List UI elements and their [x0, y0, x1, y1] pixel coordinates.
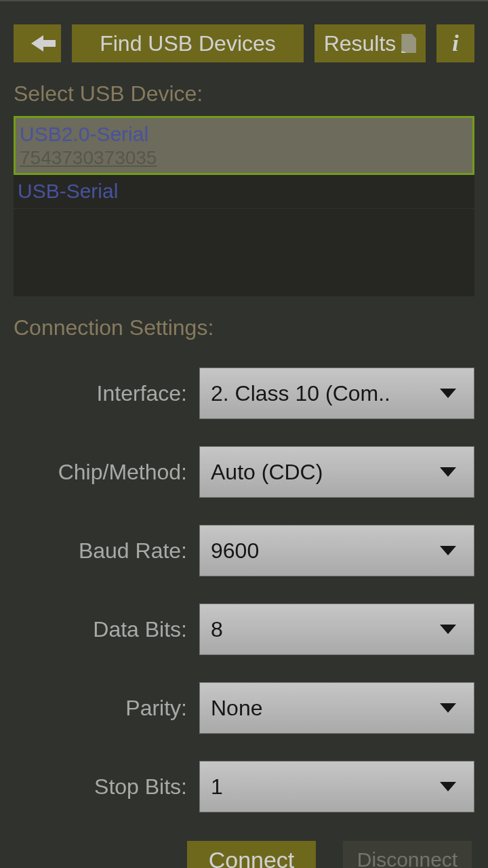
row-stopbits: Stop Bits: 1 — [14, 761, 474, 812]
dropdown-baud[interactable]: 9600 — [199, 525, 474, 576]
row-interface: Interface: 2. Class 10 (Com.. — [14, 368, 474, 419]
chevron-down-icon — [440, 389, 456, 398]
row-chip: Chip/Method: Auto (CDC) — [14, 446, 474, 498]
settings-panel: Interface: 2. Class 10 (Com.. Chip/Metho… — [14, 368, 474, 812]
chevron-down-icon — [440, 782, 456, 791]
dropdown-stopbits[interactable]: 1 — [199, 761, 474, 812]
label-chip: Chip/Method: — [14, 460, 199, 485]
arrow-left-icon — [31, 35, 43, 52]
chevron-down-icon — [440, 625, 456, 634]
row-parity: Parity: None — [14, 682, 474, 734]
results-label: Results — [324, 31, 396, 56]
chevron-down-icon — [440, 546, 456, 555]
info-button[interactable]: i — [436, 24, 474, 62]
dropdown-interface[interactable]: 2. Class 10 (Com.. — [199, 368, 474, 419]
cursor-icon — [395, 45, 407, 56]
label-baud: Baud Rate: — [14, 538, 199, 564]
dropdown-parity[interactable]: None — [199, 682, 474, 734]
back-button[interactable] — [14, 24, 61, 62]
label-stopbits: Stop Bits: — [14, 774, 199, 800]
connection-settings-label: Connection Settings: — [14, 315, 474, 340]
label-databits: Data Bits: — [14, 617, 199, 642]
label-parity: Parity: — [14, 696, 199, 721]
device-item[interactable]: USB-Serial — [14, 175, 474, 209]
connect-button[interactable]: Connect — [187, 841, 316, 868]
device-name: USB2.0-Serial — [20, 121, 468, 147]
page-root: Find USB Devices Results i Select USB De… — [0, 0, 488, 868]
dropdown-value: 2. Class 10 (Com.. — [211, 381, 390, 406]
device-item-selected[interactable]: USB2.0-Serial 7543730373035 — [14, 116, 474, 175]
results-button[interactable]: Results — [314, 24, 426, 62]
disconnect-button[interactable]: Disconnect — [343, 841, 472, 868]
dropdown-chip[interactable]: Auto (CDC) — [199, 446, 474, 498]
dropdown-value: Auto (CDC) — [211, 460, 323, 485]
dropdown-databits[interactable]: 8 — [199, 604, 474, 655]
document-icon — [401, 34, 416, 53]
header: Find USB Devices Results i — [14, 24, 474, 62]
row-databits: Data Bits: 8 — [14, 604, 474, 655]
dropdown-value: 8 — [211, 617, 223, 642]
device-list: USB2.0-Serial 7543730373035 USB-Serial — [14, 116, 474, 296]
select-device-label: Select USB Device: — [14, 81, 474, 106]
bottom-buttons: Connect Disconnect — [14, 841, 474, 868]
chevron-down-icon — [440, 703, 456, 713]
row-baud: Baud Rate: 9600 — [14, 525, 474, 576]
chevron-down-icon — [440, 467, 456, 477]
find-usb-button[interactable]: Find USB Devices — [72, 24, 304, 62]
dropdown-value: 1 — [211, 774, 223, 800]
device-name: USB-Serial — [18, 178, 470, 204]
device-serial: 7543730373035 — [20, 147, 468, 169]
dropdown-value: None — [211, 696, 263, 721]
label-interface: Interface: — [14, 381, 199, 406]
dropdown-value: 9600 — [211, 538, 259, 564]
